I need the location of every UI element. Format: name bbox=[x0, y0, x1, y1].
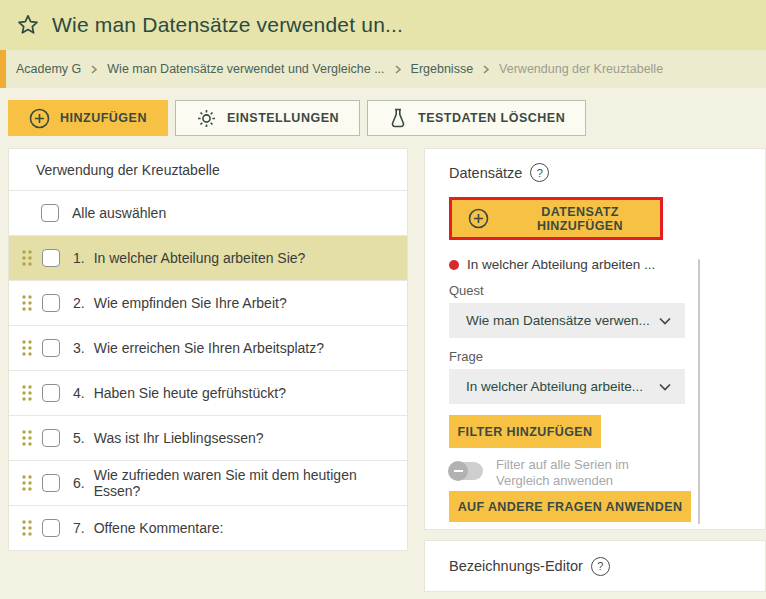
frage-select[interactable]: In welcher Abteilung arbeite... bbox=[449, 369, 685, 404]
select-all-checkbox[interactable] bbox=[41, 204, 59, 222]
drag-handle-icon[interactable] bbox=[21, 519, 33, 537]
add-button-label: HINZUFÜGEN bbox=[60, 111, 147, 125]
question-checkbox[interactable] bbox=[42, 384, 60, 402]
top-header: Wie man Datensätze verwendet un... bbox=[0, 0, 766, 50]
series-color-dot-icon bbox=[449, 260, 459, 270]
question-number: 4. bbox=[73, 385, 85, 401]
question-number: 7. bbox=[73, 520, 85, 536]
quest-select[interactable]: Wie man Datensätze verwen... bbox=[449, 303, 685, 338]
question-text: In welcher Abteilung arbeiten Sie? bbox=[94, 250, 306, 266]
delete-testdata-button-label: TESTDATEN LÖSCHEN bbox=[418, 111, 565, 125]
toggle-switch-off[interactable] bbox=[449, 462, 483, 480]
question-text: Wie zufrieden waren Sie mit dem heutigen… bbox=[94, 467, 407, 499]
panel-scrollbar[interactable] bbox=[698, 259, 700, 524]
question-text: Offene Kommentare: bbox=[94, 520, 224, 536]
frage-label: Frage bbox=[449, 349, 483, 364]
label-editor-title: Bezeichnungs-Editor bbox=[449, 558, 583, 574]
toggle-label-line2: Vergleich anwenden bbox=[496, 473, 613, 488]
question-text: Haben Sie heute gefrühstückt? bbox=[94, 385, 286, 401]
add-filter-button[interactable]: FILTER HINZUFÜGEN bbox=[449, 415, 601, 448]
breadcrumb: Academy G Wie man Datensätze verwendet u… bbox=[0, 50, 766, 88]
breadcrumb-item-results[interactable]: Ergebnisse bbox=[411, 62, 474, 76]
question-row-7[interactable]: 7. Offene Kommentare: bbox=[9, 506, 407, 551]
settings-button[interactable]: EINSTELLUNGEN bbox=[175, 100, 360, 136]
question-text: Wie empfinden Sie Ihre Arbeit? bbox=[94, 295, 287, 311]
question-list-panel: Verwendung der Kreuztabelle Alle auswähl… bbox=[8, 148, 408, 551]
question-row-1[interactable]: 1. In welcher Abteilung arbeiten Sie? bbox=[9, 236, 407, 281]
chevron-right-icon bbox=[482, 65, 490, 74]
question-number: 3. bbox=[73, 340, 85, 356]
drag-handle-icon[interactable] bbox=[21, 339, 33, 357]
delete-testdata-button[interactable]: TESTDATEN LÖSCHEN bbox=[367, 100, 586, 136]
toggle-knob-minus-icon bbox=[448, 461, 468, 481]
question-checkbox[interactable] bbox=[42, 339, 60, 357]
flask-icon bbox=[388, 107, 408, 129]
toggle-label-line1: Filter auf alle Serien im bbox=[496, 457, 629, 472]
breadcrumb-item-academy[interactable]: Academy G bbox=[16, 62, 81, 76]
question-number: 2. bbox=[73, 295, 85, 311]
datasets-panel-title-row: Datensätze ? bbox=[449, 163, 549, 182]
help-icon[interactable]: ? bbox=[591, 557, 610, 576]
drag-handle-icon[interactable] bbox=[21, 429, 33, 447]
label-editor-title-row: Bezeichnungs-Editor ? bbox=[449, 557, 610, 576]
question-checkbox[interactable] bbox=[42, 429, 60, 447]
gear-icon bbox=[196, 108, 217, 129]
apply-to-all-series-toggle-row: Filter auf alle Serien im Vergleich anwe… bbox=[449, 457, 629, 489]
series-row[interactable]: In welcher Abteilung arbeiten ... bbox=[449, 257, 655, 272]
question-row-3[interactable]: 3. Wie erreichen Sie Ihren Arbeitsplatz? bbox=[9, 326, 407, 371]
question-text: Was ist Ihr Lieblingsessen? bbox=[94, 430, 264, 446]
chevron-right-icon bbox=[394, 65, 402, 74]
favorite-star-icon[interactable] bbox=[16, 13, 40, 37]
chevron-down-icon bbox=[659, 317, 671, 325]
add-button[interactable]: HINZUFÜGEN bbox=[8, 100, 168, 136]
question-checkbox[interactable] bbox=[42, 519, 60, 537]
question-checkbox[interactable] bbox=[42, 474, 60, 492]
drag-handle-icon[interactable] bbox=[21, 294, 33, 312]
question-number: 6. bbox=[73, 475, 85, 491]
question-row-6[interactable]: 6. Wie zufrieden waren Sie mit dem heuti… bbox=[9, 461, 407, 506]
red-highlight-box: DATENSATZ HINZUFÜGEN bbox=[449, 197, 663, 240]
plus-circle-icon bbox=[468, 208, 489, 229]
label-editor-panel: Bezeichnungs-Editor ? bbox=[424, 540, 766, 592]
add-dataset-button[interactable]: DATENSATZ HINZUFÜGEN bbox=[452, 200, 660, 237]
series-name: In welcher Abteilung arbeiten ... bbox=[467, 257, 655, 272]
question-number: 5. bbox=[73, 430, 85, 446]
question-number: 1. bbox=[73, 250, 85, 266]
datasets-panel: Datensätze ? DATENSATZ HINZUFÜGEN In wel… bbox=[424, 148, 766, 530]
toolbar: HINZUFÜGEN EINSTELLUNGEN TESTDATEN LÖSCH… bbox=[8, 100, 586, 136]
page-title: Wie man Datensätze verwendet un... bbox=[52, 13, 403, 37]
question-checkbox[interactable] bbox=[42, 249, 60, 267]
select-all-label: Alle auswählen bbox=[72, 205, 166, 221]
chevron-right-icon bbox=[90, 65, 98, 74]
question-row-4[interactable]: 4. Haben Sie heute gefrühstückt? bbox=[9, 371, 407, 416]
question-row-5[interactable]: 5. Was ist Ihr Lieblingsessen? bbox=[9, 416, 407, 461]
drag-handle-icon[interactable] bbox=[21, 384, 33, 402]
breadcrumb-item-survey[interactable]: Wie man Datensätze verwendet und Verglei… bbox=[107, 62, 384, 76]
question-row-2[interactable]: 2. Wie empfinden Sie Ihre Arbeit? bbox=[9, 281, 407, 326]
question-list-title: Verwendung der Kreuztabelle bbox=[9, 149, 407, 191]
orange-accent-bar bbox=[0, 50, 6, 88]
quest-label: Quest bbox=[449, 283, 484, 298]
settings-button-label: EINSTELLUNGEN bbox=[227, 111, 339, 125]
question-checkbox[interactable] bbox=[42, 294, 60, 312]
add-dataset-button-label: DATENSATZ HINZUFÜGEN bbox=[500, 205, 660, 233]
select-all-row[interactable]: Alle auswählen bbox=[9, 191, 407, 236]
help-icon[interactable]: ? bbox=[530, 163, 549, 182]
breadcrumb-item-current: Verwendung der Kreuztabelle bbox=[499, 62, 663, 76]
plus-circle-icon bbox=[29, 108, 50, 129]
apply-to-other-questions-button[interactable]: AUF ANDERE FRAGEN ANWENDEN bbox=[449, 491, 691, 522]
quest-select-value: Wie man Datensätze verwen... bbox=[466, 313, 650, 328]
toggle-label: Filter auf alle Serien im Vergleich anwe… bbox=[496, 457, 629, 489]
chevron-down-icon bbox=[659, 383, 671, 391]
datasets-panel-title: Datensätze bbox=[449, 165, 522, 181]
question-text: Wie erreichen Sie Ihren Arbeitsplatz? bbox=[94, 340, 324, 356]
frage-select-value: In welcher Abteilung arbeite... bbox=[466, 379, 643, 394]
drag-handle-icon[interactable] bbox=[21, 249, 33, 267]
drag-handle-icon[interactable] bbox=[21, 474, 33, 492]
